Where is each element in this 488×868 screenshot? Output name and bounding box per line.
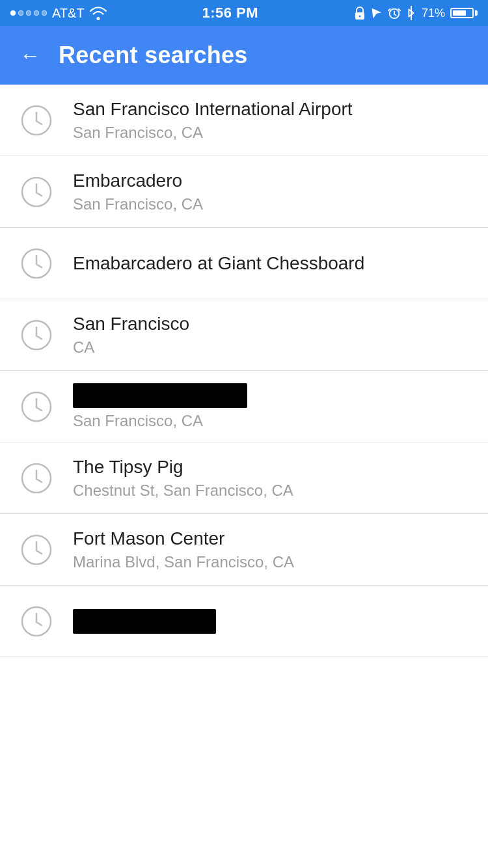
search-text: The Tipsy Pig Chestnut St, San Francisco… bbox=[73, 446, 468, 511]
list-item[interactable]: Embarcadero San Francisco, CA bbox=[0, 156, 488, 228]
search-text: Embarcadero San Francisco, CA bbox=[73, 159, 468, 224]
search-text: San Francisco, CA bbox=[73, 373, 468, 441]
search-text bbox=[73, 599, 468, 644]
signal-dot-2 bbox=[18, 10, 23, 16]
status-left: AT&T bbox=[10, 6, 107, 21]
signal-dot-3 bbox=[26, 10, 31, 16]
redacted-name bbox=[73, 609, 216, 634]
clock-icon bbox=[20, 175, 53, 209]
search-text: Emabarcadero at Giant Chessboard bbox=[73, 242, 468, 285]
clock-icon bbox=[20, 318, 53, 352]
clock-icon bbox=[20, 103, 53, 137]
wifi-icon bbox=[90, 6, 107, 20]
list-item[interactable]: Fort Mason Center Marina Blvd, San Franc… bbox=[0, 514, 488, 586]
search-name: San Francisco International Airport bbox=[73, 98, 468, 120]
clock-icon bbox=[20, 461, 53, 495]
clock-icon bbox=[20, 604, 53, 638]
search-name: San Francisco bbox=[73, 313, 468, 335]
location-icon bbox=[371, 6, 383, 20]
clock-icon bbox=[20, 247, 53, 280]
list-item[interactable]: Emabarcadero at Giant Chessboard bbox=[0, 228, 488, 299]
status-right: 71% bbox=[354, 6, 478, 20]
search-text: Fort Mason Center Marina Blvd, San Franc… bbox=[73, 517, 468, 582]
search-sub: Chestnut St, San Francisco, CA bbox=[73, 481, 468, 500]
list-item[interactable] bbox=[0, 586, 488, 657]
search-sub: San Francisco, CA bbox=[73, 195, 468, 213]
list-item[interactable]: San Francisco, CA bbox=[0, 371, 488, 442]
search-text: San Francisco CA bbox=[73, 303, 468, 368]
alarm-icon bbox=[388, 6, 401, 20]
clock-icon bbox=[20, 390, 53, 424]
search-sub: San Francisco, CA bbox=[73, 412, 468, 430]
carrier-label: AT&T bbox=[52, 6, 85, 21]
search-name: Emabarcadero at Giant Chessboard bbox=[73, 252, 468, 275]
redacted-name bbox=[73, 383, 247, 408]
list-item[interactable]: The Tipsy Pig Chestnut St, San Francisco… bbox=[0, 442, 488, 514]
back-button[interactable]: ← bbox=[20, 45, 40, 66]
battery-percent: 71% bbox=[422, 7, 445, 20]
lock-icon bbox=[354, 6, 366, 20]
header: ← Recent searches bbox=[0, 26, 488, 85]
signal-dot-4 bbox=[34, 10, 39, 16]
signal-dots bbox=[10, 10, 47, 16]
status-time: 1:56 PM bbox=[202, 5, 258, 21]
battery-icon bbox=[450, 8, 478, 18]
status-bar: AT&T 1:56 PM 71% bbox=[0, 0, 488, 26]
search-name: Embarcadero bbox=[73, 170, 468, 192]
clock-icon bbox=[20, 533, 53, 567]
page-title: Recent searches bbox=[59, 42, 248, 69]
signal-dot-1 bbox=[10, 10, 16, 16]
bluetooth-icon bbox=[406, 6, 416, 20]
list-item[interactable]: San Francisco International Airport San … bbox=[0, 85, 488, 156]
search-sub: CA bbox=[73, 338, 468, 357]
search-name: Fort Mason Center bbox=[73, 528, 468, 550]
svg-point-1 bbox=[359, 16, 360, 18]
search-text: San Francisco International Airport San … bbox=[73, 88, 468, 153]
search-sub: San Francisco, CA bbox=[73, 124, 468, 142]
search-sub: Marina Blvd, San Francisco, CA bbox=[73, 553, 468, 571]
search-list: San Francisco International Airport San … bbox=[0, 85, 488, 657]
search-name: The Tipsy Pig bbox=[73, 456, 468, 478]
list-item[interactable]: San Francisco CA bbox=[0, 299, 488, 371]
signal-dot-5 bbox=[42, 10, 47, 16]
